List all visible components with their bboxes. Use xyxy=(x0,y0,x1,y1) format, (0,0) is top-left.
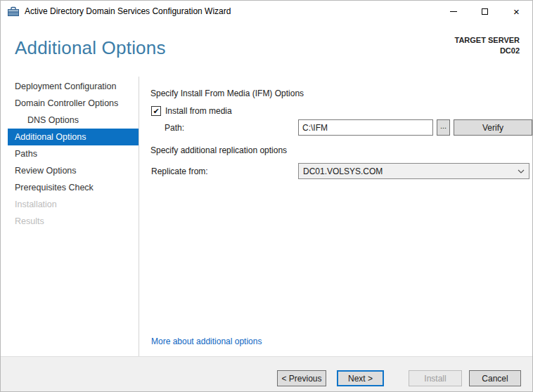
window-title: Active Directory Domain Services Configu… xyxy=(25,6,231,16)
chevron-down-icon xyxy=(518,169,525,174)
verify-button[interactable]: Verify xyxy=(454,119,532,136)
replicate-from-value: DC01.VOLSYS.COM xyxy=(303,166,518,176)
sidebar-item-additional-options[interactable]: Additional Options xyxy=(8,129,139,145)
browse-button[interactable]: ... xyxy=(437,119,450,136)
path-input[interactable] xyxy=(298,119,433,136)
previous-button[interactable]: < Previous xyxy=(277,370,326,386)
sidebar-item-installation: Installation xyxy=(8,196,139,213)
sidebar-divider xyxy=(139,77,139,356)
sidebar-item-paths[interactable]: Paths xyxy=(8,145,139,162)
replicate-from-label: Replicate from: xyxy=(151,166,208,176)
sidebar-item-deployment-configuration[interactable]: Deployment Configuration xyxy=(8,78,139,95)
sidebar-item-prerequisites-check[interactable]: Prerequisites Check xyxy=(8,179,139,196)
cancel-button[interactable]: Cancel xyxy=(469,370,521,386)
target-server-label: TARGET SERVER xyxy=(455,35,520,46)
maximize-icon xyxy=(482,8,488,15)
path-label: Path: xyxy=(165,123,184,133)
minimize-button[interactable] xyxy=(437,1,469,22)
sidebar-item-results: Results xyxy=(8,213,139,230)
toolbox-app-icon xyxy=(8,6,19,16)
replication-section-title: Specify additional replication options xyxy=(150,145,287,155)
checkmark-icon: ✔ xyxy=(153,107,159,115)
wizard-window: Active Directory Domain Services Configu… xyxy=(0,0,533,392)
target-server-name: DC02 xyxy=(455,46,520,56)
title-bar: Active Directory Domain Services Configu… xyxy=(1,1,532,22)
sidebar-item-domain-controller-options[interactable]: Domain Controller Options xyxy=(8,95,139,112)
sidebar-item-dns-options[interactable]: DNS Options xyxy=(8,112,139,129)
sidebar-item-review-options[interactable]: Review Options xyxy=(8,162,139,179)
target-server-block: TARGET SERVER DC02 xyxy=(455,35,520,56)
install-from-media-label[interactable]: Install from media xyxy=(165,106,232,116)
next-button[interactable]: Next > xyxy=(337,370,384,386)
minimize-icon xyxy=(450,11,457,12)
replicate-from-dropdown[interactable]: DC01.VOLSYS.COM xyxy=(298,163,529,179)
close-button[interactable]: × xyxy=(501,1,532,22)
maximize-button[interactable] xyxy=(469,1,501,22)
install-from-media-checkbox[interactable]: ✔ xyxy=(151,106,161,116)
wizard-steps-sidebar: Deployment Configuration Domain Controll… xyxy=(8,78,139,230)
ifm-section-title: Specify Install From Media (IFM) Options xyxy=(150,89,304,98)
close-icon: × xyxy=(513,6,520,17)
page-title: Additional Options xyxy=(15,37,166,59)
install-from-media-row: ✔ Install from media xyxy=(151,106,232,116)
footer-bar: < Previous Next > Install Cancel xyxy=(1,356,532,391)
more-about-additional-options-link[interactable]: More about additional options xyxy=(151,337,262,346)
install-button: Install xyxy=(409,370,462,386)
